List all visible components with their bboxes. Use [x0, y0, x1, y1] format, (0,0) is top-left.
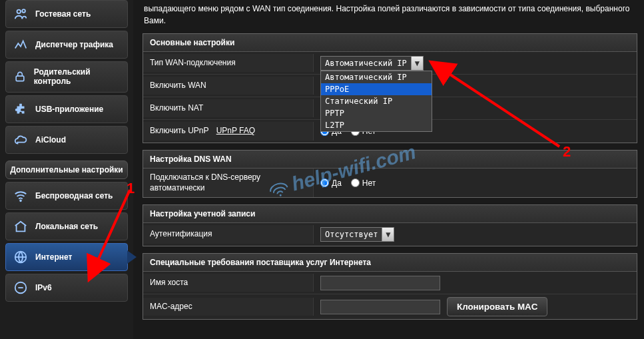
label: Имя хоста	[143, 274, 314, 292]
wan-type-dropdown: Автоматический IP PPPoE Статический IP P…	[320, 71, 432, 132]
upnp-faq-link[interactable]: UPnP FAQ	[216, 126, 255, 135]
sidebar-item-traffic[interactable]: Диспетчер трафика	[5, 31, 128, 59]
sidebar-item-lan[interactable]: Локальная сеть	[5, 212, 128, 240]
row-mac: MAC-адрес Клонировать MAC	[143, 294, 637, 319]
row-wan-type: Тип WAN-подключения Автоматический IP ▼ …	[143, 52, 637, 75]
select-value: Автоматический IP	[321, 57, 411, 69]
nav-label: Гостевая сеть	[35, 9, 91, 19]
nav-label: Родительский контроль	[34, 67, 121, 87]
radio-yes[interactable]: Да	[320, 178, 342, 188]
intro-text: выпадающего меню рядом с WAN тип соедине…	[143, 0, 637, 33]
label: MAC-адрес	[143, 298, 314, 316]
panel-header: Специальные требования поставщика услуг …	[143, 254, 637, 272]
ipv6-icon	[13, 280, 29, 296]
users-icon	[13, 6, 29, 22]
select-value: Отсутствует	[321, 228, 382, 240]
sidebar-item-guest-network[interactable]: Гостевая сеть	[5, 0, 128, 28]
sidebar-item-parental[interactable]: Родительский контроль	[5, 61, 128, 93]
panel-header: Основные настройки	[143, 34, 637, 52]
label: Включить WAN	[143, 77, 314, 95]
globe-icon	[13, 249, 29, 265]
home-icon	[13, 218, 29, 234]
row-host: Имя хоста	[143, 272, 637, 294]
dropdown-option[interactable]: PPTP	[321, 107, 432, 119]
sidebar-item-wireless[interactable]: Беспроводная сеть	[5, 182, 128, 210]
nav-label: Интернет	[35, 252, 72, 262]
mac-input[interactable]	[320, 300, 440, 314]
chevron-down-icon: ▼	[411, 57, 423, 70]
nav-label: AiCloud	[35, 135, 66, 145]
svg-rect-2	[16, 77, 24, 82]
nav-label: USB-приложение	[35, 105, 103, 114]
svg-point-0	[17, 10, 21, 13]
row-dns-auto: Подключаться к DNS-серверу автоматически…	[143, 169, 637, 197]
chevron-down-icon: ▼	[382, 228, 394, 241]
nav-label: IPv6	[35, 283, 52, 292]
cloud-icon	[13, 132, 29, 148]
lock-icon	[13, 69, 27, 85]
dropdown-option[interactable]: PPPoE	[321, 83, 432, 95]
radio-input[interactable]	[320, 178, 329, 187]
label: Аутентификация	[143, 225, 314, 244]
panel-account: Настройка учетной записи Аутентификация …	[143, 204, 637, 246]
label: Включить NAT	[143, 99, 314, 118]
sidebar-item-ipv6[interactable]: IPv6	[5, 274, 128, 302]
annotation-number-1: 1	[127, 180, 135, 197]
traffic-icon	[13, 37, 29, 53]
svg-point-1	[22, 9, 25, 13]
sidebar: Гостевая сеть Диспетчер трафика Родитель…	[0, 0, 133, 339]
wifi-icon	[13, 188, 29, 204]
nav-label: Локальная сеть	[35, 222, 98, 231]
wan-type-select[interactable]: Автоматический IP ▼	[320, 56, 424, 71]
sidebar-item-aicloud[interactable]: AiCloud	[5, 126, 128, 154]
label-text: Включить UPnP	[150, 126, 208, 135]
annotation-number-2: 2	[563, 143, 571, 161]
sidebar-item-usb-app[interactable]: USB-приложение	[5, 95, 128, 123]
row-auth: Аутентификация Отсутствует ▼	[143, 223, 637, 246]
auth-select[interactable]: Отсутствует ▼	[320, 227, 394, 242]
dropdown-option[interactable]: Статический IP	[321, 95, 432, 107]
panel-isp: Специальные требования поставщика услуг …	[143, 253, 637, 320]
nav-label: Беспроводная сеть	[35, 191, 113, 200]
label: Включить UPnP UPnP FAQ	[143, 122, 314, 141]
dropdown-option[interactable]: Автоматический IP	[321, 71, 432, 83]
panel-header: Настройка учетной записи	[143, 205, 637, 223]
svg-point-3	[20, 200, 21, 201]
panel-basic: Основные настройки Тип WAN-подключения А…	[143, 33, 637, 143]
radio-input[interactable]	[351, 178, 360, 187]
dns-radio-group: Да Нет	[320, 178, 376, 188]
dropdown-option[interactable]: L2TP	[321, 119, 432, 131]
puzzle-icon	[13, 101, 29, 117]
clone-mac-button[interactable]: Клонировать MAC	[447, 297, 547, 316]
sidebar-item-internet[interactable]: Интернет	[5, 243, 128, 271]
radio-no[interactable]: Нет	[351, 178, 376, 188]
nav-label: Диспетчер трафика	[35, 40, 113, 49]
main-content: выпадающего меню рядом с WAN тип соедине…	[133, 0, 644, 339]
label: Тип WAN-подключения	[143, 54, 314, 73]
label: Подключаться к DNS-серверу автоматически	[143, 169, 314, 197]
host-input[interactable]	[320, 276, 440, 290]
sidebar-section-header: Дополнительные настройки	[5, 161, 128, 179]
